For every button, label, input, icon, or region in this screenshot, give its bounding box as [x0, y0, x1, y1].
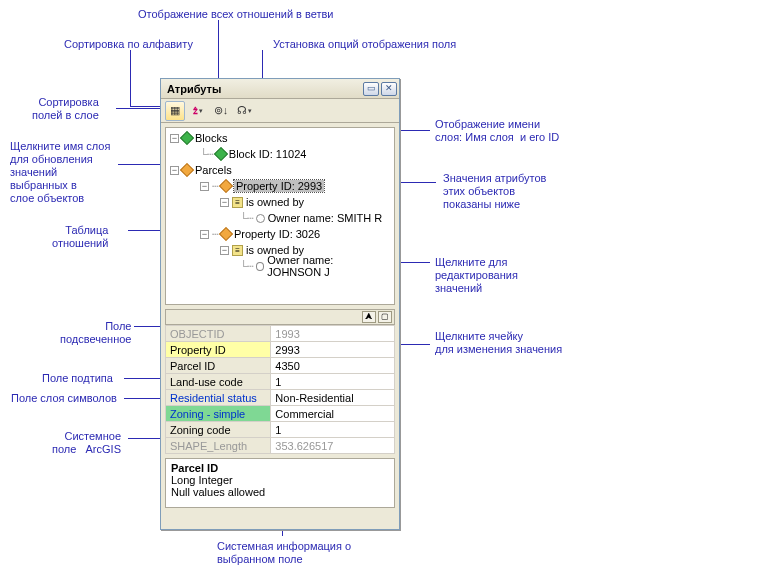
- callout-click-cell: Щелкните ячейку для изменения значения: [435, 330, 562, 356]
- callout-sort-layer: Сортировка полей в слое: [32, 96, 99, 122]
- attribute-tree[interactable]: − Blocks └┄ Block ID: 11024 − Parcels − …: [165, 127, 395, 305]
- owner-icon: [256, 214, 265, 223]
- node-label: Block ID: 11024: [229, 148, 307, 160]
- field-name-cell[interactable]: Property ID: [166, 342, 271, 358]
- grid-toolbar: ⮝ ▢: [165, 309, 395, 325]
- table-row[interactable]: Parcel ID4350: [166, 358, 395, 374]
- sort-az-icon: ẑ: [193, 106, 198, 116]
- tree-leaf-owner[interactable]: └┄ Owner name: SMITH R: [170, 210, 390, 226]
- field-name-cell[interactable]: SHAPE_Length: [166, 438, 271, 454]
- owner-icon: [256, 262, 265, 271]
- table-row[interactable]: Zoning - simpleCommercial: [166, 406, 395, 422]
- connector: [124, 398, 164, 399]
- layer-icon: [180, 131, 194, 145]
- table-row[interactable]: Land-use code1: [166, 374, 395, 390]
- field-value-cell[interactable]: 353.626517: [271, 438, 395, 454]
- connector: [128, 438, 164, 439]
- tree-leaf-owner[interactable]: └┄ Owner name: JOHNSON J: [170, 258, 390, 274]
- expander[interactable]: −: [170, 134, 179, 143]
- table-row[interactable]: Property ID2993: [166, 342, 395, 358]
- chevron-down-icon: ▾: [199, 107, 203, 115]
- expander[interactable]: −: [170, 166, 179, 175]
- field-value-cell[interactable]: 1: [271, 422, 395, 438]
- relation-icon: ≡: [232, 197, 243, 208]
- field-value-cell[interactable]: 1993: [271, 326, 395, 342]
- tree-node-property[interactable]: − ┄ Property ID: 2993: [170, 178, 390, 194]
- field-name-cell[interactable]: Residential status: [166, 390, 271, 406]
- grid-icon: ▦: [170, 104, 180, 117]
- feature-icon: [219, 227, 233, 241]
- options-icon: ☊: [237, 104, 247, 117]
- grid-nav-up[interactable]: ⮝: [362, 311, 376, 323]
- tree-node-property[interactable]: − ┄ Property ID: 3026: [170, 226, 390, 242]
- feature-icon: [219, 179, 233, 193]
- grid-nav-full[interactable]: ▢: [378, 311, 392, 323]
- tree-branch-icon: ┄: [212, 180, 218, 193]
- field-value-cell[interactable]: 1: [271, 374, 395, 390]
- callout-subtype: Поле подтипа: [42, 372, 113, 385]
- field-value-cell[interactable]: Commercial: [271, 406, 395, 422]
- node-label: Parcels: [195, 164, 232, 176]
- field-name-cell[interactable]: Zoning - simple: [166, 406, 271, 422]
- connector: [124, 378, 164, 379]
- node-label: Owner name: SMITH R: [268, 212, 382, 224]
- tree-branch-icon: └┄: [240, 212, 253, 225]
- table-row[interactable]: SHAPE_Length353.626517: [166, 438, 395, 454]
- field-name-cell[interactable]: Land-use code: [166, 374, 271, 390]
- tree-node-blocks[interactable]: − Blocks: [170, 130, 390, 146]
- callout-rel-table: Таблица отношений: [52, 224, 108, 250]
- callout-click-edit: Щелкните для редактирования значений: [435, 256, 518, 295]
- expander[interactable]: −: [200, 230, 209, 239]
- attribute-grid-wrap: ⮝ ▢ OBJECTID1993Property ID2993Parcel ID…: [165, 309, 395, 454]
- tree-node-relation[interactable]: − ≡ is owned by: [170, 194, 390, 210]
- expander[interactable]: −: [200, 182, 209, 191]
- callout-sys-field: Системное поле ArcGIS: [52, 430, 121, 456]
- field-name-cell[interactable]: Parcel ID: [166, 358, 271, 374]
- close-button[interactable]: ✕: [381, 82, 397, 96]
- callout-hl-field: Поле подсвеченное: [60, 320, 131, 346]
- tree-node-parcels[interactable]: − Parcels: [170, 162, 390, 178]
- show-relations-button[interactable]: ⊚↓: [211, 101, 231, 121]
- expander[interactable]: −: [220, 246, 229, 255]
- sort-layer-button[interactable]: ▦: [165, 101, 185, 121]
- pin-button[interactable]: ▭: [363, 82, 379, 96]
- field-info-type: Long Integer: [171, 474, 389, 486]
- field-info-heading: Parcel ID: [171, 462, 389, 474]
- display-options-button[interactable]: ☊▾: [234, 101, 254, 121]
- tree-leaf[interactable]: └┄ Block ID: 11024: [170, 146, 390, 162]
- callout-attr-vals: Значения атрибутов этих объектов показан…: [440, 172, 546, 211]
- table-row[interactable]: Zoning code1: [166, 422, 395, 438]
- table-row[interactable]: OBJECTID1993: [166, 326, 395, 342]
- callout-sort-alpha: Сортировка по алфавиту: [64, 38, 193, 51]
- relations-icon: ⊚↓: [214, 104, 229, 117]
- attributes-panel: Атрибуты ▭ ✕ ▦ ẑ▾ ⊚↓ ☊▾ − Blocks └┄ Bloc…: [160, 78, 400, 530]
- expander[interactable]: −: [220, 198, 229, 207]
- field-value-cell[interactable]: 4350: [271, 358, 395, 374]
- layer-icon: [180, 163, 194, 177]
- titlebar-buttons: ▭ ✕: [363, 82, 397, 96]
- node-label: Owner name: JOHNSON J: [267, 254, 390, 278]
- panel-title: Атрибуты: [167, 83, 221, 95]
- tree-branch-icon: ┄: [212, 228, 218, 241]
- field-value-cell[interactable]: Non-Residential: [271, 390, 395, 406]
- callout-sys-info: Системная информация о выбранном поле: [217, 540, 351, 566]
- feature-icon: [214, 147, 228, 161]
- connector: [130, 50, 131, 106]
- field-name-cell[interactable]: Zoning code: [166, 422, 271, 438]
- field-name-cell[interactable]: OBJECTID: [166, 326, 271, 342]
- node-label-selected: Property ID: 2993: [234, 180, 324, 192]
- callout-options: Установка опций отображения поля: [273, 38, 456, 51]
- field-value-cell[interactable]: 2993: [271, 342, 395, 358]
- node-label: is owned by: [246, 196, 304, 208]
- table-row[interactable]: Residential statusNon-Residential: [166, 390, 395, 406]
- callout-sym-layer: Поле слоя символов: [11, 392, 117, 405]
- sort-alpha-button[interactable]: ẑ▾: [188, 101, 208, 121]
- callout-show-all: Отображение всех отношений в ветви: [138, 8, 334, 21]
- field-info-box: Parcel ID Long Integer Null values allow…: [165, 458, 395, 508]
- node-label: Blocks: [195, 132, 227, 144]
- tree-branch-icon: └┄: [200, 148, 213, 161]
- node-label: Property ID: 3026: [234, 228, 320, 240]
- relation-icon: ≡: [232, 245, 243, 256]
- toolbar: ▦ ẑ▾ ⊚↓ ☊▾: [161, 99, 399, 123]
- callout-layer-name: Щелкните имя слоя для обновления значени…: [10, 140, 110, 205]
